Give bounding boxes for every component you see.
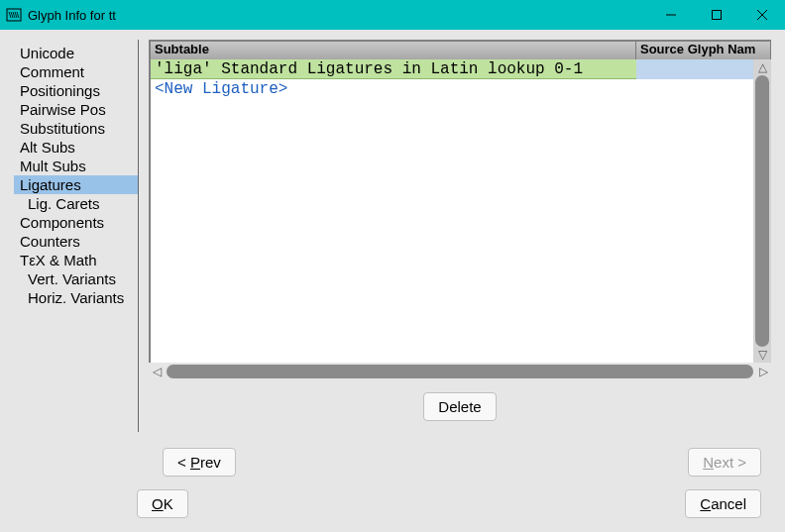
ligatures-table: Subtable Source Glyph Nam 'liga' Standar… — [149, 40, 771, 363]
sidebar-item-lig-carets[interactable]: Lig. Carets — [14, 194, 138, 213]
close-button[interactable] — [739, 0, 785, 30]
table-row[interactable]: <New Ligature> — [151, 79, 771, 99]
prev-button[interactable]: < Prev — [163, 448, 236, 477]
table-body[interactable]: 'liga' Standard Ligatures in Latin looku… — [151, 59, 771, 345]
ok-button[interactable]: OK — [137, 489, 188, 518]
maximize-button[interactable] — [694, 0, 739, 30]
scroll-left-icon[interactable]: ◁ — [149, 364, 165, 379]
window-title: Glyph Info for tt — [28, 8, 116, 23]
sidebar-item-ligatures[interactable]: Ligatures — [14, 175, 138, 194]
vertical-scrollbar[interactable]: △ ▽ — [753, 59, 771, 363]
app-icon — [6, 7, 22, 23]
cancel-button[interactable]: Cancel — [685, 489, 761, 518]
titlebar: Glyph Info for tt — [0, 0, 785, 30]
sidebar-item-substitutions[interactable]: Substitutions — [14, 119, 138, 138]
col-source-glyph[interactable]: Source Glyph Nam — [636, 42, 771, 59]
table-header: Subtable Source Glyph Nam — [151, 42, 771, 59]
sidebar-item-components[interactable]: Components — [14, 213, 138, 232]
cell-source-glyph[interactable] — [636, 59, 771, 79]
col-subtable[interactable]: Subtable — [151, 42, 636, 59]
horizontal-scrollbar[interactable]: ◁ ▷ — [149, 363, 771, 380]
sidebar-item-unicode[interactable]: Unicode — [14, 44, 138, 62]
sidebar-item-t-x-math[interactable]: TεX & Math — [14, 251, 138, 269]
sidebar-item-horiz-variants[interactable]: Horiz. Variants — [14, 288, 138, 307]
sidebar-item-positionings[interactable]: Positionings — [14, 81, 138, 100]
window-buttons — [648, 0, 785, 30]
delete-button[interactable]: Delete — [423, 392, 496, 421]
sidebar-item-mult-subs[interactable]: Mult Subs — [14, 157, 138, 175]
scroll-right-icon[interactable]: ▷ — [755, 364, 771, 379]
next-button[interactable]: Next > — [688, 448, 761, 477]
hscroll-thumb[interactable] — [167, 365, 753, 378]
table-row[interactable]: 'liga' Standard Ligatures in Latin looku… — [151, 59, 771, 79]
scroll-down-icon[interactable]: ▽ — [753, 347, 771, 363]
sidebar-item-counters[interactable]: Counters — [14, 232, 138, 251]
minimize-button[interactable] — [648, 0, 694, 30]
scroll-up-icon[interactable]: △ — [753, 59, 771, 75]
main-pane: Subtable Source Glyph Nam 'liga' Standar… — [139, 40, 771, 432]
cell-source-glyph[interactable] — [636, 79, 771, 99]
sidebar: UnicodeCommentPositioningsPairwise PosSu… — [14, 40, 139, 432]
sidebar-item-alt-subs[interactable]: Alt Subs — [14, 138, 138, 157]
svg-rect-2 — [713, 11, 722, 20]
sidebar-item-vert-variants[interactable]: Vert. Variants — [14, 269, 138, 288]
sidebar-item-comment[interactable]: Comment — [14, 62, 138, 81]
client-area: UnicodeCommentPositioningsPairwise PosSu… — [0, 30, 785, 532]
cell-subtable[interactable]: 'liga' Standard Ligatures in Latin looku… — [151, 59, 636, 79]
sidebar-item-pairwise-pos[interactable]: Pairwise Pos — [14, 100, 138, 119]
cell-subtable[interactable]: <New Ligature> — [151, 79, 636, 99]
vscroll-thumb[interactable] — [755, 75, 769, 347]
